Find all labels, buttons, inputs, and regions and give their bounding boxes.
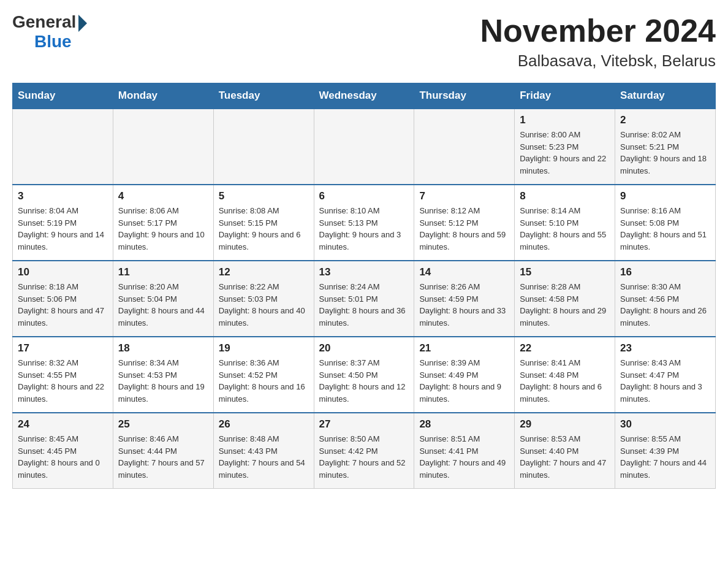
week-row-3: 10Sunrise: 8:18 AMSunset: 5:06 PMDayligh… bbox=[13, 261, 716, 337]
calendar-cell: 19Sunrise: 8:36 AMSunset: 4:52 PMDayligh… bbox=[213, 337, 314, 413]
calendar-cell: 26Sunrise: 8:48 AMSunset: 4:43 PMDayligh… bbox=[213, 413, 314, 489]
logo: General Blue bbox=[12, 12, 87, 52]
logo-general-text: General bbox=[12, 12, 76, 32]
day-number: 24 bbox=[18, 418, 108, 431]
calendar-cell: 22Sunrise: 8:41 AMSunset: 4:48 PMDayligh… bbox=[515, 337, 615, 413]
day-info: Sunrise: 8:20 AMSunset: 5:04 PMDaylight:… bbox=[118, 281, 208, 329]
calendar-cell: 6Sunrise: 8:10 AMSunset: 5:13 PMDaylight… bbox=[314, 185, 414, 261]
calendar-cell: 23Sunrise: 8:43 AMSunset: 4:47 PMDayligh… bbox=[615, 337, 716, 413]
calendar-cell: 24Sunrise: 8:45 AMSunset: 4:45 PMDayligh… bbox=[13, 413, 113, 489]
day-info: Sunrise: 8:02 AMSunset: 5:21 PMDaylight:… bbox=[620, 129, 710, 177]
day-info: Sunrise: 8:55 AMSunset: 4:39 PMDaylight:… bbox=[620, 433, 710, 481]
calendar-cell bbox=[113, 109, 213, 185]
week-row-1: 1Sunrise: 8:00 AMSunset: 5:23 PMDaylight… bbox=[13, 109, 716, 185]
calendar-cell bbox=[414, 109, 515, 185]
calendar-cell bbox=[314, 109, 414, 185]
calendar-table: SundayMondayTuesdayWednesdayThursdayFrid… bbox=[12, 83, 716, 489]
day-number: 2 bbox=[620, 114, 710, 126]
day-info: Sunrise: 8:08 AMSunset: 5:15 PMDaylight:… bbox=[219, 205, 309, 253]
calendar-cell: 7Sunrise: 8:12 AMSunset: 5:12 PMDaylight… bbox=[414, 185, 515, 261]
calendar-cell: 18Sunrise: 8:34 AMSunset: 4:53 PMDayligh… bbox=[113, 337, 213, 413]
day-number: 10 bbox=[18, 266, 108, 278]
day-number: 12 bbox=[219, 266, 309, 278]
calendar-cell: 11Sunrise: 8:20 AMSunset: 5:04 PMDayligh… bbox=[113, 261, 213, 337]
calendar-cell: 14Sunrise: 8:26 AMSunset: 4:59 PMDayligh… bbox=[414, 261, 515, 337]
column-header-tuesday: Tuesday bbox=[213, 83, 314, 109]
day-number: 5 bbox=[219, 190, 309, 202]
day-info: Sunrise: 8:34 AMSunset: 4:53 PMDaylight:… bbox=[118, 357, 208, 405]
column-header-saturday: Saturday bbox=[615, 83, 716, 109]
day-info: Sunrise: 8:32 AMSunset: 4:55 PMDaylight:… bbox=[18, 357, 108, 405]
day-info: Sunrise: 8:16 AMSunset: 5:08 PMDaylight:… bbox=[620, 205, 710, 253]
logo-blue-text: Blue bbox=[34, 32, 72, 52]
column-header-monday: Monday bbox=[113, 83, 213, 109]
day-number: 17 bbox=[18, 342, 108, 354]
day-info: Sunrise: 8:37 AMSunset: 4:50 PMDaylight:… bbox=[319, 357, 409, 405]
day-number: 21 bbox=[419, 342, 509, 354]
day-number: 16 bbox=[620, 266, 710, 278]
day-number: 25 bbox=[118, 418, 208, 431]
day-info: Sunrise: 8:36 AMSunset: 4:52 PMDaylight:… bbox=[219, 357, 309, 405]
day-info: Sunrise: 8:53 AMSunset: 4:40 PMDaylight:… bbox=[520, 433, 610, 481]
day-number: 28 bbox=[419, 418, 509, 431]
logo-arrow-icon bbox=[78, 15, 87, 32]
day-info: Sunrise: 8:50 AMSunset: 4:42 PMDaylight:… bbox=[319, 433, 409, 481]
column-header-thursday: Thursday bbox=[414, 83, 515, 109]
calendar-cell: 28Sunrise: 8:51 AMSunset: 4:41 PMDayligh… bbox=[414, 413, 515, 489]
calendar-cell: 21Sunrise: 8:39 AMSunset: 4:49 PMDayligh… bbox=[414, 337, 515, 413]
day-info: Sunrise: 8:26 AMSunset: 4:59 PMDaylight:… bbox=[419, 281, 509, 329]
calendar-cell: 4Sunrise: 8:06 AMSunset: 5:17 PMDaylight… bbox=[113, 185, 213, 261]
day-info: Sunrise: 8:39 AMSunset: 4:49 PMDaylight:… bbox=[419, 357, 509, 405]
calendar-cell: 2Sunrise: 8:02 AMSunset: 5:21 PMDaylight… bbox=[615, 109, 716, 185]
day-info: Sunrise: 8:28 AMSunset: 4:58 PMDaylight:… bbox=[520, 281, 610, 329]
week-row-2: 3Sunrise: 8:04 AMSunset: 5:19 PMDaylight… bbox=[13, 185, 716, 261]
calendar-cell: 12Sunrise: 8:22 AMSunset: 5:03 PMDayligh… bbox=[213, 261, 314, 337]
day-info: Sunrise: 8:24 AMSunset: 5:01 PMDaylight:… bbox=[319, 281, 409, 329]
calendar-cell: 1Sunrise: 8:00 AMSunset: 5:23 PMDaylight… bbox=[515, 109, 615, 185]
week-row-5: 24Sunrise: 8:45 AMSunset: 4:45 PMDayligh… bbox=[13, 413, 716, 489]
calendar-cell: 30Sunrise: 8:55 AMSunset: 4:39 PMDayligh… bbox=[615, 413, 716, 489]
calendar-cell: 13Sunrise: 8:24 AMSunset: 5:01 PMDayligh… bbox=[314, 261, 414, 337]
day-number: 22 bbox=[520, 342, 610, 354]
calendar-title: November 2024 bbox=[480, 12, 716, 49]
day-number: 6 bbox=[319, 190, 409, 202]
calendar-cell bbox=[13, 109, 113, 185]
column-header-sunday: Sunday bbox=[13, 83, 113, 109]
day-number: 15 bbox=[520, 266, 610, 278]
calendar-cell: 3Sunrise: 8:04 AMSunset: 5:19 PMDaylight… bbox=[13, 185, 113, 261]
day-number: 4 bbox=[118, 190, 208, 202]
day-number: 30 bbox=[620, 418, 710, 431]
day-info: Sunrise: 8:46 AMSunset: 4:44 PMDaylight:… bbox=[118, 433, 208, 481]
day-number: 23 bbox=[620, 342, 710, 354]
day-info: Sunrise: 8:51 AMSunset: 4:41 PMDaylight:… bbox=[419, 433, 509, 481]
calendar-cell: 20Sunrise: 8:37 AMSunset: 4:50 PMDayligh… bbox=[314, 337, 414, 413]
day-number: 9 bbox=[620, 190, 710, 202]
day-info: Sunrise: 8:04 AMSunset: 5:19 PMDaylight:… bbox=[18, 205, 108, 253]
calendar-cell: 15Sunrise: 8:28 AMSunset: 4:58 PMDayligh… bbox=[515, 261, 615, 337]
day-info: Sunrise: 8:45 AMSunset: 4:45 PMDaylight:… bbox=[18, 433, 108, 481]
day-number: 20 bbox=[319, 342, 409, 354]
day-info: Sunrise: 8:43 AMSunset: 4:47 PMDaylight:… bbox=[620, 357, 710, 405]
day-number: 3 bbox=[18, 190, 108, 202]
calendar-header-row: SundayMondayTuesdayWednesdayThursdayFrid… bbox=[13, 83, 716, 109]
calendar-cell: 27Sunrise: 8:50 AMSunset: 4:42 PMDayligh… bbox=[314, 413, 414, 489]
calendar-cell: 16Sunrise: 8:30 AMSunset: 4:56 PMDayligh… bbox=[615, 261, 716, 337]
day-number: 26 bbox=[219, 418, 309, 431]
day-number: 14 bbox=[419, 266, 509, 278]
day-info: Sunrise: 8:12 AMSunset: 5:12 PMDaylight:… bbox=[419, 205, 509, 253]
day-info: Sunrise: 8:00 AMSunset: 5:23 PMDaylight:… bbox=[520, 129, 610, 177]
day-info: Sunrise: 8:14 AMSunset: 5:10 PMDaylight:… bbox=[520, 205, 610, 253]
day-number: 1 bbox=[520, 114, 610, 126]
calendar-cell: 29Sunrise: 8:53 AMSunset: 4:40 PMDayligh… bbox=[515, 413, 615, 489]
calendar-cell: 17Sunrise: 8:32 AMSunset: 4:55 PMDayligh… bbox=[13, 337, 113, 413]
column-header-friday: Friday bbox=[515, 83, 615, 109]
day-number: 19 bbox=[219, 342, 309, 354]
day-number: 27 bbox=[319, 418, 409, 431]
title-area: November 2024 Balbasava, Vitebsk, Belaru… bbox=[480, 12, 716, 71]
calendar-cell bbox=[213, 109, 314, 185]
day-info: Sunrise: 8:41 AMSunset: 4:48 PMDaylight:… bbox=[520, 357, 610, 405]
day-info: Sunrise: 8:22 AMSunset: 5:03 PMDaylight:… bbox=[219, 281, 309, 329]
day-number: 29 bbox=[520, 418, 610, 431]
day-number: 8 bbox=[520, 190, 610, 202]
calendar-cell: 8Sunrise: 8:14 AMSunset: 5:10 PMDaylight… bbox=[515, 185, 615, 261]
